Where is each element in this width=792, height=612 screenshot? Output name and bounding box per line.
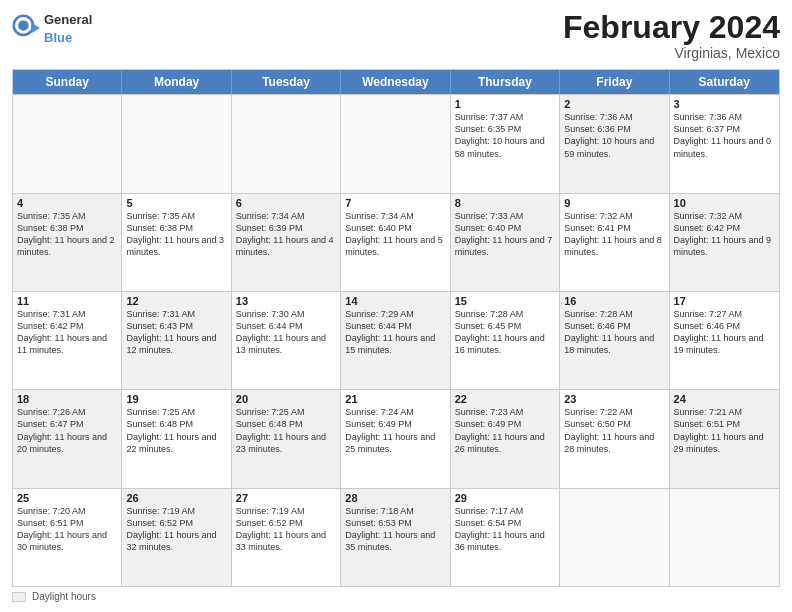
day-number: 15	[455, 295, 555, 307]
day-info: Sunrise: 7:33 AM Sunset: 6:40 PM Dayligh…	[455, 210, 555, 259]
calendar-cell: 20Sunrise: 7:25 AM Sunset: 6:48 PM Dayli…	[232, 390, 341, 487]
calendar-cell	[13, 95, 122, 192]
calendar-cell	[341, 95, 450, 192]
calendar-cell: 22Sunrise: 7:23 AM Sunset: 6:49 PM Dayli…	[451, 390, 560, 487]
calendar-cell: 7Sunrise: 7:34 AM Sunset: 6:40 PM Daylig…	[341, 194, 450, 291]
day-info: Sunrise: 7:35 AM Sunset: 6:38 PM Dayligh…	[126, 210, 226, 259]
calendar-cell: 3Sunrise: 7:36 AM Sunset: 6:37 PM Daylig…	[670, 95, 779, 192]
calendar-cell: 12Sunrise: 7:31 AM Sunset: 6:43 PM Dayli…	[122, 292, 231, 389]
day-info: Sunrise: 7:28 AM Sunset: 6:45 PM Dayligh…	[455, 308, 555, 357]
day-info: Sunrise: 7:30 AM Sunset: 6:44 PM Dayligh…	[236, 308, 336, 357]
logo-icon	[12, 14, 40, 42]
calendar-cell: 25Sunrise: 7:20 AM Sunset: 6:51 PM Dayli…	[13, 489, 122, 586]
day-info: Sunrise: 7:29 AM Sunset: 6:44 PM Dayligh…	[345, 308, 445, 357]
day-number: 20	[236, 393, 336, 405]
calendar-header-cell: Saturday	[670, 70, 779, 94]
calendar-header-row: SundayMondayTuesdayWednesdayThursdayFrid…	[13, 70, 779, 94]
calendar-header-cell: Tuesday	[232, 70, 341, 94]
day-number: 22	[455, 393, 555, 405]
day-number: 14	[345, 295, 445, 307]
day-number: 6	[236, 197, 336, 209]
calendar-row: 25Sunrise: 7:20 AM Sunset: 6:51 PM Dayli…	[13, 488, 779, 586]
day-number: 7	[345, 197, 445, 209]
page: General Blue February 2024 Virginias, Me…	[0, 0, 792, 612]
day-info: Sunrise: 7:36 AM Sunset: 6:36 PM Dayligh…	[564, 111, 664, 160]
day-info: Sunrise: 7:37 AM Sunset: 6:35 PM Dayligh…	[455, 111, 555, 160]
calendar-row: 18Sunrise: 7:26 AM Sunset: 6:47 PM Dayli…	[13, 389, 779, 487]
header: General Blue February 2024 Virginias, Me…	[12, 10, 780, 61]
calendar-cell: 27Sunrise: 7:19 AM Sunset: 6:52 PM Dayli…	[232, 489, 341, 586]
calendar-cell: 14Sunrise: 7:29 AM Sunset: 6:44 PM Dayli…	[341, 292, 450, 389]
calendar-cell: 29Sunrise: 7:17 AM Sunset: 6:54 PM Dayli…	[451, 489, 560, 586]
day-info: Sunrise: 7:25 AM Sunset: 6:48 PM Dayligh…	[236, 406, 336, 455]
calendar-cell: 10Sunrise: 7:32 AM Sunset: 6:42 PM Dayli…	[670, 194, 779, 291]
logo: General Blue	[12, 10, 92, 46]
day-info: Sunrise: 7:25 AM Sunset: 6:48 PM Dayligh…	[126, 406, 226, 455]
day-number: 16	[564, 295, 664, 307]
calendar-cell: 24Sunrise: 7:21 AM Sunset: 6:51 PM Dayli…	[670, 390, 779, 487]
calendar-cell	[670, 489, 779, 586]
day-info: Sunrise: 7:19 AM Sunset: 6:52 PM Dayligh…	[236, 505, 336, 554]
calendar-cell: 13Sunrise: 7:30 AM Sunset: 6:44 PM Dayli…	[232, 292, 341, 389]
svg-point-1	[18, 20, 29, 31]
calendar-cell: 23Sunrise: 7:22 AM Sunset: 6:50 PM Dayli…	[560, 390, 669, 487]
calendar-cell: 19Sunrise: 7:25 AM Sunset: 6:48 PM Dayli…	[122, 390, 231, 487]
day-number: 29	[455, 492, 555, 504]
calendar-row: 1Sunrise: 7:37 AM Sunset: 6:35 PM Daylig…	[13, 94, 779, 192]
day-info: Sunrise: 7:32 AM Sunset: 6:42 PM Dayligh…	[674, 210, 775, 259]
calendar-header-cell: Sunday	[13, 70, 122, 94]
calendar-cell	[560, 489, 669, 586]
day-info: Sunrise: 7:36 AM Sunset: 6:37 PM Dayligh…	[674, 111, 775, 160]
day-number: 21	[345, 393, 445, 405]
day-number: 19	[126, 393, 226, 405]
day-number: 11	[17, 295, 117, 307]
day-info: Sunrise: 7:28 AM Sunset: 6:46 PM Dayligh…	[564, 308, 664, 357]
calendar: SundayMondayTuesdayWednesdayThursdayFrid…	[12, 69, 780, 587]
calendar-cell: 16Sunrise: 7:28 AM Sunset: 6:46 PM Dayli…	[560, 292, 669, 389]
day-number: 8	[455, 197, 555, 209]
calendar-cell: 26Sunrise: 7:19 AM Sunset: 6:52 PM Dayli…	[122, 489, 231, 586]
calendar-cell: 4Sunrise: 7:35 AM Sunset: 6:38 PM Daylig…	[13, 194, 122, 291]
daylight-legend-box	[12, 592, 26, 602]
title-section: February 2024 Virginias, Mexico	[563, 10, 780, 61]
day-info: Sunrise: 7:17 AM Sunset: 6:54 PM Dayligh…	[455, 505, 555, 554]
calendar-cell: 5Sunrise: 7:35 AM Sunset: 6:38 PM Daylig…	[122, 194, 231, 291]
day-info: Sunrise: 7:18 AM Sunset: 6:53 PM Dayligh…	[345, 505, 445, 554]
calendar-header-cell: Friday	[560, 70, 669, 94]
day-info: Sunrise: 7:34 AM Sunset: 6:40 PM Dayligh…	[345, 210, 445, 259]
day-number: 13	[236, 295, 336, 307]
day-number: 24	[674, 393, 775, 405]
day-info: Sunrise: 7:19 AM Sunset: 6:52 PM Dayligh…	[126, 505, 226, 554]
footer: Daylight hours	[12, 591, 780, 602]
calendar-cell: 21Sunrise: 7:24 AM Sunset: 6:49 PM Dayli…	[341, 390, 450, 487]
day-number: 26	[126, 492, 226, 504]
day-number: 12	[126, 295, 226, 307]
calendar-header-cell: Wednesday	[341, 70, 450, 94]
calendar-cell	[122, 95, 231, 192]
calendar-cell: 17Sunrise: 7:27 AM Sunset: 6:46 PM Dayli…	[670, 292, 779, 389]
calendar-cell: 1Sunrise: 7:37 AM Sunset: 6:35 PM Daylig…	[451, 95, 560, 192]
location-subtitle: Virginias, Mexico	[563, 45, 780, 61]
calendar-cell: 15Sunrise: 7:28 AM Sunset: 6:45 PM Dayli…	[451, 292, 560, 389]
day-number: 3	[674, 98, 775, 110]
day-number: 28	[345, 492, 445, 504]
day-number: 25	[17, 492, 117, 504]
day-info: Sunrise: 7:20 AM Sunset: 6:51 PM Dayligh…	[17, 505, 117, 554]
day-info: Sunrise: 7:24 AM Sunset: 6:49 PM Dayligh…	[345, 406, 445, 455]
calendar-cell: 18Sunrise: 7:26 AM Sunset: 6:47 PM Dayli…	[13, 390, 122, 487]
calendar-cell: 9Sunrise: 7:32 AM Sunset: 6:41 PM Daylig…	[560, 194, 669, 291]
day-info: Sunrise: 7:26 AM Sunset: 6:47 PM Dayligh…	[17, 406, 117, 455]
calendar-cell: 28Sunrise: 7:18 AM Sunset: 6:53 PM Dayli…	[341, 489, 450, 586]
day-info: Sunrise: 7:23 AM Sunset: 6:49 PM Dayligh…	[455, 406, 555, 455]
calendar-body: 1Sunrise: 7:37 AM Sunset: 6:35 PM Daylig…	[13, 94, 779, 586]
calendar-row: 11Sunrise: 7:31 AM Sunset: 6:42 PM Dayli…	[13, 291, 779, 389]
day-number: 5	[126, 197, 226, 209]
day-number: 9	[564, 197, 664, 209]
day-number: 23	[564, 393, 664, 405]
day-info: Sunrise: 7:31 AM Sunset: 6:43 PM Dayligh…	[126, 308, 226, 357]
day-number: 2	[564, 98, 664, 110]
calendar-header-cell: Thursday	[451, 70, 560, 94]
logo-general-text: General Blue	[44, 10, 92, 46]
day-info: Sunrise: 7:31 AM Sunset: 6:42 PM Dayligh…	[17, 308, 117, 357]
daylight-label: Daylight hours	[32, 591, 96, 602]
